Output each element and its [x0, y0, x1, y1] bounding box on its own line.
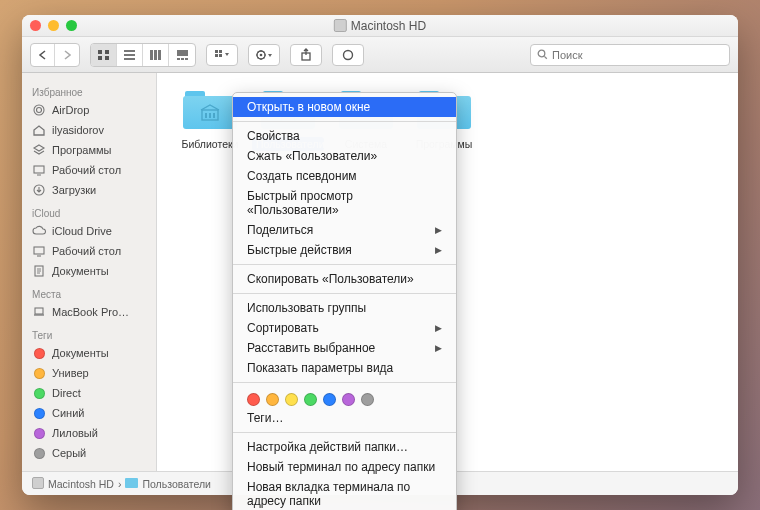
- svg-rect-29: [35, 308, 43, 314]
- menu-item[interactable]: Показать параметры вида: [233, 358, 456, 378]
- svg-rect-31: [205, 113, 207, 118]
- menu-tag-colors: [233, 387, 456, 408]
- menu-item[interactable]: Новая вкладка терминала по адресу папки: [233, 477, 456, 510]
- search-input[interactable]: [552, 49, 723, 61]
- share-button[interactable]: [290, 44, 322, 66]
- titlebar: Macintosh HD: [22, 15, 738, 37]
- menu-item[interactable]: Теги…: [233, 408, 456, 428]
- sidebar-item[interactable]: Документы: [22, 343, 156, 363]
- view-list[interactable]: [117, 44, 143, 66]
- tags-button[interactable]: [332, 44, 364, 66]
- menu-item[interactable]: Поделиться▶: [233, 220, 456, 240]
- menu-item[interactable]: Использовать группы: [233, 298, 456, 318]
- action-button[interactable]: [248, 44, 280, 66]
- sidebar-item[interactable]: Синий: [22, 403, 156, 423]
- svg-point-19: [260, 53, 263, 56]
- menu-item[interactable]: Открыть в новом окне: [233, 97, 456, 117]
- close-button[interactable]: [30, 20, 41, 31]
- arrange-button[interactable]: [206, 44, 238, 66]
- svg-rect-7: [150, 50, 153, 60]
- folder-icon: [181, 87, 239, 133]
- menu-item[interactable]: Создать псевдоним: [233, 166, 456, 186]
- sidebar-item-label: iCloud Drive: [52, 225, 112, 237]
- sidebar-item-label: Серый: [52, 447, 86, 459]
- sidebar-item-label: Лиловый: [52, 427, 98, 439]
- menu-item[interactable]: Скопировать «Пользователи»: [233, 269, 456, 289]
- view-columns[interactable]: [143, 44, 169, 66]
- menu-item[interactable]: Сжать «Пользователи»: [233, 146, 456, 166]
- svg-rect-9: [158, 50, 161, 60]
- sidebar: ИзбранноеAirDropilyasidorovПрограммыРабо…: [22, 73, 157, 471]
- tag-color-dot[interactable]: [361, 393, 374, 406]
- search-icon: [537, 49, 548, 60]
- forward-button[interactable]: [55, 44, 79, 66]
- menu-item[interactable]: Новый терминал по адресу папки: [233, 457, 456, 477]
- menu-item[interactable]: Настройка действий папки…: [233, 437, 456, 457]
- sidebar-item[interactable]: Загрузки: [22, 180, 156, 200]
- sidebar-item[interactable]: Лиловый: [22, 423, 156, 443]
- menu-item[interactable]: Свойства: [233, 126, 456, 146]
- menu-item-label: Сжать «Пользователи»: [247, 149, 377, 163]
- view-icons[interactable]: [91, 44, 117, 66]
- menu-item-label: Новая вкладка терминала по адресу папки: [247, 480, 442, 508]
- back-button[interactable]: [31, 44, 55, 66]
- sidebar-item[interactable]: ilyasidorov: [22, 120, 156, 140]
- svg-rect-15: [219, 50, 222, 53]
- menu-item[interactable]: Быстрые действия▶: [233, 240, 456, 260]
- svg-rect-14: [215, 50, 218, 53]
- sidebar-item[interactable]: Рабочий стол: [22, 241, 156, 261]
- sidebar-item[interactable]: Универ: [22, 363, 156, 383]
- menu-item[interactable]: Сортировать▶: [233, 318, 456, 338]
- menu-separator: [233, 264, 456, 265]
- docs-icon: [32, 264, 46, 278]
- view-gallery[interactable]: [169, 44, 195, 66]
- menu-item-label: Свойства: [247, 129, 300, 143]
- menu-item-label: Новый терминал по адресу папки: [247, 460, 435, 474]
- sidebar-item[interactable]: Рабочий стол: [22, 160, 156, 180]
- minimize-button[interactable]: [48, 20, 59, 31]
- tag-color-dot[interactable]: [342, 393, 355, 406]
- breadcrumb-label[interactable]: Пользователи: [142, 478, 211, 490]
- tag-color-dot[interactable]: [304, 393, 317, 406]
- tag-color-dot[interactable]: [247, 393, 260, 406]
- breadcrumb-label[interactable]: Macintosh HD: [48, 478, 114, 490]
- sidebar-item-label: Синий: [52, 407, 84, 419]
- menu-item-label: Настройка действий папки…: [247, 440, 408, 454]
- menu-item-label: Скопировать «Пользователи»: [247, 272, 414, 286]
- title-text: Macintosh HD: [351, 19, 426, 33]
- sidebar-item-label: Рабочий стол: [52, 164, 121, 176]
- sidebar-item-label: Direct: [52, 387, 81, 399]
- disk-icon: [32, 477, 44, 491]
- sidebar-item[interactable]: Direct: [22, 383, 156, 403]
- sidebar-item[interactable]: Документы: [22, 261, 156, 281]
- sidebar-item[interactable]: MacBook Pro…: [22, 302, 156, 322]
- sidebar-item[interactable]: Серый: [22, 443, 156, 463]
- tag-dot-icon: [32, 346, 46, 360]
- menu-item[interactable]: Расставить выбранное▶: [233, 338, 456, 358]
- svg-point-23: [34, 105, 44, 115]
- menu-item[interactable]: Быстрый просмотр «Пользователи»: [233, 186, 456, 220]
- nav-buttons: [30, 43, 80, 67]
- sidebar-item[interactable]: AirDrop: [22, 100, 156, 120]
- airdrop-icon: [32, 103, 46, 117]
- view-buttons: [90, 43, 196, 67]
- menu-item-label: Быстрый просмотр «Пользователи»: [247, 189, 442, 217]
- svg-rect-10: [177, 50, 188, 56]
- submenu-arrow-icon: ▶: [435, 323, 442, 333]
- zoom-button[interactable]: [66, 20, 77, 31]
- svg-rect-3: [105, 56, 109, 60]
- tag-color-dot[interactable]: [266, 393, 279, 406]
- apps-icon: [32, 143, 46, 157]
- menu-item-label: Использовать группы: [247, 301, 366, 315]
- tag-dot-icon: [32, 426, 46, 440]
- tag-color-dot[interactable]: [285, 393, 298, 406]
- menu-item-label: Сортировать: [247, 321, 319, 335]
- tag-color-dot[interactable]: [323, 393, 336, 406]
- window-controls: [30, 20, 77, 31]
- search-field[interactable]: [530, 44, 730, 66]
- home-icon: [32, 123, 46, 137]
- desktop-icon: [32, 244, 46, 258]
- svg-rect-6: [124, 58, 135, 60]
- sidebar-item[interactable]: iCloud Drive: [22, 221, 156, 241]
- sidebar-item[interactable]: Программы: [22, 140, 156, 160]
